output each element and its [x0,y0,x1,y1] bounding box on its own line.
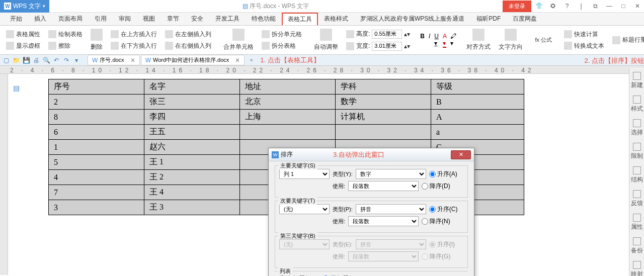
tab-章节[interactable]: 章节 [161,12,185,26]
table-cell[interactable]: 王五 [144,125,240,140]
open-icon[interactable]: 📁 [12,56,20,64]
primary-desc-radio[interactable]: 降序(D) [422,182,450,191]
table-properties[interactable]: 表格属性 [4,29,42,40]
minimize-icon[interactable]: — [603,1,616,12]
table-cell[interactable]: A [431,110,524,125]
insert-below[interactable]: 在下方插入行 [109,41,159,51]
table-cell[interactable]: 王 4 [144,185,240,200]
table-cell[interactable] [336,125,431,140]
table-cell[interactable]: 7 [49,185,144,200]
draw-table[interactable]: 绘制表格 [46,29,85,40]
tab-表格工具[interactable]: 表格工具 [282,13,318,25]
table-cell[interactable]: 2 [49,95,144,110]
primary-key-select[interactable]: 列 1 [279,169,330,179]
highlight-button[interactable]: 🖍 ▾ [450,33,456,48]
table-cell[interactable]: 4 [49,170,144,185]
tab-罗湖区人民政府专属WPS线上服务通道[interactable]: 罗湖区人民政府专属WPS线上服务通道 [354,12,470,26]
sidebar-item[interactable]: 选择 [631,119,643,137]
table-cell[interactable]: 张三 [144,95,240,110]
table-cell[interactable]: 王 3 [144,200,240,215]
more-icon[interactable]: ▾ [72,56,80,64]
table-cell[interactable]: 王 2 [144,170,240,185]
height-input[interactable] [372,30,402,39]
table-cell[interactable]: 赵六 [144,140,240,155]
table-cell[interactable] [240,125,336,140]
title-repeat[interactable]: 标题行重复 [610,35,644,45]
table-header[interactable]: 学科 [336,79,431,95]
primary-use-select[interactable]: 段落数 [348,181,419,191]
width-input[interactable] [372,42,402,51]
new-icon[interactable]: ▢ [2,56,10,64]
table-cell[interactable]: 1 [49,140,144,155]
tab-视图[interactable]: 视图 [137,12,161,26]
italic-button[interactable]: I [429,33,430,48]
sidebar-item[interactable]: 限制 [631,143,643,160]
close-icon[interactable]: ✕ [631,1,644,12]
tab-插入[interactable]: 插入 [28,12,52,26]
secondary-desc-radio[interactable]: 降序(N) [422,217,450,226]
primary-asc-radio[interactable]: 升序(A) [429,170,457,178]
sidebar-item[interactable]: 备份 [631,237,643,255]
dialog-titlebar[interactable]: W 排序 3.自动弹出此窗口 ✕ [269,148,474,161]
convert-text[interactable]: 转换成文本 [562,41,606,51]
table-cell[interactable]: 计算机 [336,110,431,125]
table-cell[interactable]: B [431,95,524,110]
secondary-asc-radio[interactable]: 升序(C) [429,205,458,214]
secondary-type-select[interactable]: 拼音 [356,204,426,214]
table-header[interactable]: 序号 [49,79,144,95]
sidebar-item[interactable]: 新建 [631,72,643,89]
primary-type-select[interactable]: 数字 [356,169,426,179]
preview-icon[interactable]: 🔍 [42,56,50,64]
table-cell[interactable]: 王 1 [144,155,240,170]
print-icon[interactable]: 🖨 [32,56,40,64]
tab-引用[interactable]: 引用 [89,12,113,26]
sidebar-item[interactable]: 映射 [631,261,643,276]
secondary-use-select[interactable]: 段落数 [348,216,419,226]
sidebar-item[interactable]: 反馈 [631,190,643,208]
table-header[interactable]: 地址 [240,79,336,95]
dialog-close-button[interactable]: ✕ [451,150,471,159]
underline-button[interactable]: U ▾ [434,33,439,48]
table-cell[interactable]: 5 [49,155,144,170]
auto-adjust[interactable]: 自动调整 [312,28,340,52]
table-cell[interactable]: 北京 [240,95,336,110]
table-cell[interactable]: 李四 [144,110,240,125]
undo-icon[interactable]: ↶ [52,56,60,64]
doc-tab[interactable]: W 序号.docx ✕ [88,55,140,65]
table-cell[interactable]: 8 [49,110,144,125]
sidebar-item[interactable]: 属性 [631,214,643,231]
bold-button[interactable]: B [420,33,425,48]
restore-icon[interactable]: ⧉ [589,1,602,12]
delete[interactable]: 删除 [89,28,105,52]
tab-页面布局[interactable]: 页面布局 [52,12,89,26]
font-color-button[interactable]: A ▾ [443,33,446,48]
close-tab-icon[interactable]: ✕ [130,57,135,64]
shirt-icon[interactable]: 👕 [532,1,545,12]
tab-特色功能[interactable]: 特色功能 [246,12,282,26]
split-cell[interactable]: 拆分单元格 [260,29,304,40]
quick-calc[interactable]: 快速计算 [562,29,606,40]
table-cell[interactable]: a [431,125,524,140]
save-icon[interactable]: 💾 [22,56,30,64]
insert-right[interactable]: 在右侧插入列 [163,41,213,51]
insert-above[interactable]: 在上方插入行 [109,29,159,40]
maximize-icon[interactable]: □ [617,1,630,12]
table-cell[interactable]: 上海 [240,110,336,125]
dropdown-icon[interactable]: ▾ [43,4,45,9]
spinner-icon[interactable]: ▴▾ [404,31,410,38]
spinner-icon[interactable]: ▴▾ [404,43,410,50]
doc-tab[interactable]: W Word中如何进行表格排序.docx ✕ [141,55,245,65]
tab-福昕PDF[interactable]: 福昕PDF [470,12,507,26]
erase[interactable]: 擦除 [46,41,85,51]
table-cell[interactable]: 6 [49,125,144,140]
tab-开始[interactable]: 开始 [4,12,28,26]
show-borders[interactable]: 显示虚框 [4,41,42,51]
secondary-key-select[interactable]: (无) [279,204,330,214]
tab-开发工具[interactable]: 开发工具 [209,12,246,26]
align[interactable]: 对齐方式 [464,28,493,52]
tab-百度网盘[interactable]: 百度网盘 [507,12,543,26]
table-header[interactable]: 等级 [431,79,524,95]
sidebar-item[interactable]: 样式 [631,96,643,113]
formula[interactable]: fx 公式 [533,35,554,45]
help-icon[interactable]: ? [560,1,574,12]
